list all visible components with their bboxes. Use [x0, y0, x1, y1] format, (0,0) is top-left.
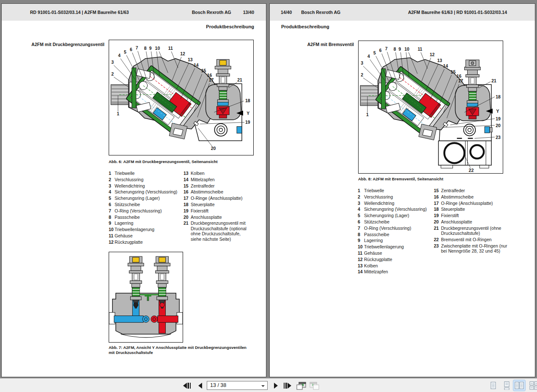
part-item: 4 Sicherungsring (Verschlussring) — [109, 189, 181, 194]
previous-view-icon — [296, 381, 307, 390]
callout: 12 — [430, 52, 435, 57]
callout: 20 — [496, 123, 501, 128]
callout: 21 — [491, 79, 496, 83]
part-item: 18 Steuerplatte — [184, 202, 250, 207]
figure-8-diagram: Y — [358, 41, 503, 174]
part-number: 11 — [358, 250, 364, 256]
part-label: Mittelzapfen — [364, 269, 432, 274]
callout: 19 — [496, 117, 501, 121]
part-number: 18 — [184, 202, 191, 207]
page-number-combobox[interactable]: 13 / 38 — [207, 381, 268, 390]
part-number: 6 — [358, 219, 364, 224]
page-number: 14/40 — [281, 10, 292, 15]
part-item: 13 Kolben — [358, 263, 432, 268]
parts-list-col1: 1 Triebwelle 2 Verschlussring 3 Wellendi… — [109, 171, 181, 246]
part-label: Abstimmscheibe — [191, 189, 250, 194]
callout: 13 — [437, 58, 442, 63]
view-y-label: Y — [496, 109, 499, 114]
callout: 7 — [385, 46, 388, 51]
part-item: 19 Fixierstift — [434, 213, 511, 218]
part-item: 8 Passscheibe — [358, 232, 432, 237]
callout: 23 — [496, 135, 501, 140]
part-label: Wellendichtring — [115, 183, 181, 188]
part-number: 15 — [434, 188, 441, 193]
callout: 19 — [245, 120, 250, 125]
callout: 7 — [136, 46, 138, 50]
part-label: Zwischenplatte mit O-Ringen (nur bei Nen… — [441, 243, 511, 254]
part-label: Bremsventil mit O-Ringen — [441, 237, 511, 242]
part-number: 9 — [109, 220, 115, 226]
view-two-page-continuous-button[interactable] — [528, 380, 537, 391]
part-number: 22 — [434, 237, 441, 242]
company-name: Bosch Rexroth AG — [301, 10, 340, 15]
part-item: 15 Zentralfeder — [434, 188, 511, 193]
page-first-button[interactable] — [182, 380, 193, 391]
part-item: 5 Sicherungsring (Lager) — [109, 196, 181, 201]
part-label: Fixierstift — [441, 213, 511, 218]
part-item: 12 Rückzugplatte — [358, 257, 432, 262]
callout: 10 — [405, 47, 410, 52]
callout: 1 — [366, 112, 369, 117]
part-label: Sicherungsring (Lager) — [115, 196, 181, 201]
company-name: Bosch Rexroth AG — [192, 10, 231, 15]
part-number: 17 — [184, 196, 191, 201]
callout: 15 — [201, 68, 206, 73]
page-next-button[interactable] — [270, 380, 281, 391]
page-prev-button[interactable] — [195, 380, 206, 391]
callout: 16 — [207, 73, 212, 78]
part-label: O-Ring (Verschlussring) — [115, 208, 181, 213]
page-last-button[interactable] — [282, 380, 293, 391]
previous-page-icon — [197, 382, 204, 389]
view-two-page-button[interactable] — [513, 380, 525, 391]
callout: 20 — [211, 146, 216, 151]
part-item: 1 Triebwelle — [358, 188, 432, 193]
part-label: Verschlussring — [364, 194, 432, 199]
continuous-page-icon — [502, 381, 511, 390]
next-view-button[interactable] — [309, 380, 320, 391]
callout: 18 — [496, 95, 501, 99]
part-label: Gehäuse — [115, 233, 181, 238]
part-label: O-Ringe (Anschlussplatte) — [441, 201, 511, 206]
callout: 2 — [361, 73, 363, 77]
part-number: 16 — [434, 194, 441, 199]
callout: 6 — [130, 47, 132, 52]
part-number: 16 — [184, 189, 191, 194]
part-number: 14 — [184, 177, 191, 182]
previous-view-button[interactable] — [296, 380, 307, 391]
part-item: 11 Gehäuse — [358, 250, 432, 256]
part-item: 18 Steuerplatte — [434, 207, 511, 212]
part-item: 11 Gehäuse — [109, 233, 181, 238]
part-label: Stützscheibe — [364, 219, 432, 224]
part-item: 16 Abstimmscheibe — [434, 194, 511, 199]
part-item: 7 O-Ring (Verschlussring) — [358, 226, 432, 231]
first-page-icon — [183, 382, 192, 389]
callout: 2 — [111, 72, 114, 76]
part-label: Triebwelle — [115, 171, 181, 176]
part-label: Passscheibe — [364, 232, 432, 237]
part-number: 20 — [184, 215, 191, 220]
last-page-icon — [282, 382, 292, 389]
part-number: 7 — [109, 208, 115, 213]
callout: 14 — [443, 64, 448, 68]
part-number: 12 — [109, 240, 115, 245]
part-number: 17 — [434, 201, 441, 206]
view-single-page-button[interactable] — [487, 380, 499, 391]
part-item: 20 Anschlussplatte — [434, 219, 511, 224]
part-label: Passscheibe — [115, 215, 181, 220]
pdf-viewer: RD 91001-01-S032/03.14 | A2FM Baureihe 6… — [0, 0, 537, 392]
part-label: Sicherungsring (Verschlussring) — [115, 189, 181, 194]
view-continuous-button[interactable] — [501, 380, 512, 391]
part-number: 8 — [358, 232, 364, 237]
chevron-down-icon — [261, 385, 265, 387]
callout: 5 — [124, 50, 126, 54]
part-label: Kolben — [191, 171, 250, 176]
part-label: Zentralfeder — [441, 188, 511, 193]
part-number: 3 — [358, 201, 364, 206]
callout: 4 — [367, 54, 370, 59]
part-label: Kolben — [364, 263, 432, 268]
part-number: 21 — [184, 220, 191, 242]
section-label: Produktbeschreibung — [206, 24, 254, 29]
part-label: O-Ringe (Anschlussplatte) — [191, 196, 250, 201]
part-label: Mittelzapfen — [191, 177, 250, 182]
part-number: 23 — [434, 243, 441, 254]
